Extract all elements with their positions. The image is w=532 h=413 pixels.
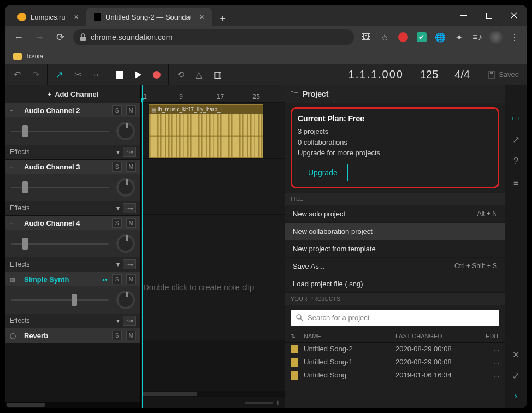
pan-knob[interactable] (116, 291, 135, 309)
loop-tool-button[interactable]: ↔ (87, 66, 105, 84)
cut-tool-button[interactable]: ✂ (68, 66, 87, 84)
playhead[interactable] (142, 85, 143, 408)
volume-slider[interactable] (11, 243, 109, 245)
effects-select[interactable]: Effects▾ (10, 261, 120, 268)
menu-new-solo[interactable]: New solo projectAlt + N (285, 205, 505, 223)
close-icon[interactable]: × (200, 13, 204, 21)
sort-icon[interactable]: ⇅ (291, 333, 304, 340)
record-button[interactable] (147, 66, 166, 84)
mute-button[interactable]: M (126, 274, 136, 284)
ext-red-icon[interactable] (397, 31, 410, 44)
stop-button[interactable] (110, 66, 129, 84)
channel-name[interactable]: Simple Synth (24, 275, 98, 284)
avatar[interactable] (489, 31, 503, 44)
track-row[interactable] (141, 214, 285, 270)
redo-button[interactable]: ↷ (26, 66, 45, 84)
pointer-tool-button[interactable]: ↗ (50, 66, 68, 84)
library-icon[interactable]: ⫞ (508, 87, 524, 104)
globe-icon[interactable]: 🌐 (434, 31, 447, 44)
play-button[interactable] (129, 66, 147, 84)
position-display[interactable]: 1.1.1.000 (348, 68, 404, 81)
channel-simple-synth[interactable]: ▥Simple Synth▴▾SM Effects▾⤳▾ (5, 272, 140, 328)
star-icon[interactable]: ☆ (378, 31, 391, 44)
automation-button[interactable]: ⤳▾ (123, 147, 136, 157)
solo-button[interactable]: S (112, 331, 122, 340)
automation-button[interactable]: ⤳▾ (123, 316, 136, 326)
loop-region-button[interactable]: ⟲ (171, 66, 190, 84)
keyboard-button[interactable]: ▥ (208, 66, 227, 84)
solo-button[interactable]: S (112, 105, 122, 115)
new-tab-button[interactable]: + (215, 11, 230, 26)
volume-slider[interactable] (11, 299, 109, 301)
menu-save-as[interactable]: Save As...Ctrl + Shift + S (285, 258, 505, 275)
zoom-slider[interactable] (245, 402, 273, 404)
maximize-button[interactable] (476, 5, 501, 26)
address-bar[interactable]: chrome.soundation.com (73, 29, 354, 45)
tab-lumpics[interactable]: Lumpics.ru × (10, 8, 86, 26)
playlist-icon[interactable]: ≡♪ (471, 31, 484, 44)
audio-clip[interactable]: ▤lh_music_kit17_lily_harp_l (149, 104, 263, 158)
reload-button[interactable]: ⟳ (52, 30, 68, 45)
col-date[interactable]: LAST CHANGED (395, 333, 477, 340)
automation-button[interactable]: ⤳▾ (123, 259, 136, 269)
mute-button[interactable]: M (126, 162, 136, 172)
edit-button[interactable]: ... (477, 371, 499, 379)
fullscreen-icon[interactable]: ⤢ (508, 367, 524, 384)
close-button[interactable] (501, 5, 527, 26)
tempo-display[interactable]: 125 (420, 68, 438, 81)
back-button[interactable]: ← (11, 30, 26, 45)
menu-new-collab[interactable]: New collaboration project (285, 223, 505, 240)
automation-button[interactable]: ⤳▾ (123, 203, 136, 213)
pan-knob[interactable] (116, 234, 135, 253)
effects-select[interactable]: Effects▾ (10, 317, 120, 324)
search-input[interactable]: Search for a project (291, 310, 499, 326)
zoom-in-button[interactable]: + (276, 398, 280, 407)
minimize-button[interactable] (451, 5, 476, 26)
add-channel-button[interactable]: + Add Channel (5, 85, 140, 103)
ruler[interactable]: 1 9 17 25 (141, 85, 285, 103)
mute-button[interactable]: M (126, 218, 136, 228)
menu-new-template[interactable]: New project from template (285, 240, 505, 258)
pan-knob[interactable] (116, 178, 135, 197)
channel-reverb[interactable]: ◯ReverbSM (5, 328, 140, 343)
project-row[interactable]: Untitled Song-22020-08-29 00:08... (285, 343, 505, 356)
share-icon[interactable]: ↗ (508, 131, 524, 148)
zoom-out-button[interactable]: − (238, 398, 242, 407)
help-icon[interactable]: ? (508, 153, 524, 169)
bookmark-item[interactable]: Точка (25, 52, 44, 60)
timesig-display[interactable]: 4/4 (454, 68, 470, 81)
extensions-icon[interactable]: ✦ (452, 31, 465, 44)
solo-button[interactable]: S (112, 162, 122, 172)
expand-icon[interactable]: ▴▾ (102, 276, 108, 282)
effects-select[interactable]: Effects▾ (10, 148, 120, 156)
settings-icon[interactable]: ≡ (508, 175, 524, 191)
forward-button[interactable]: → (32, 30, 47, 45)
solo-button[interactable]: S (112, 218, 122, 228)
project-row[interactable]: Untitled Song2019-01-06 16:34... (285, 369, 505, 382)
undo-button[interactable]: ↶ (8, 66, 26, 84)
mute-button[interactable]: M (126, 331, 136, 340)
track-row[interactable]: ▤lh_music_kit17_lily_harp_l (141, 103, 285, 158)
metronome-button[interactable]: △ (190, 66, 208, 84)
menu-icon[interactable]: ⋮ (508, 31, 521, 44)
col-name[interactable]: NAME (304, 333, 395, 340)
effects-select[interactable]: Effects▾ (10, 204, 120, 212)
mute-button[interactable]: M (126, 105, 136, 115)
menu-load[interactable]: Load project file (.sng) (285, 275, 505, 293)
volume-slider[interactable] (11, 131, 109, 132)
track-row[interactable] (141, 326, 285, 340)
pan-knob[interactable] (116, 122, 135, 140)
channel-audio-2[interactable]: ⎓ Audio Channel 2 S M Effects▾⤳▾ (5, 103, 140, 159)
channel-audio-4[interactable]: ⎓Audio Channel 4SM Effects▾⤳▾ (5, 215, 140, 272)
translate-icon[interactable]: 🖼 (359, 31, 373, 44)
next-icon[interactable]: › (508, 388, 524, 404)
volume-slider[interactable] (11, 187, 109, 188)
project-icon[interactable]: ▭ (508, 109, 524, 126)
close-icon[interactable]: × (74, 13, 79, 21)
edit-button[interactable]: ... (477, 345, 499, 353)
h-scrollbar[interactable] (141, 391, 285, 397)
channel-audio-3[interactable]: ⎓Audio Channel 3SM Effects▾⤳▾ (5, 159, 140, 215)
edit-button[interactable]: ... (477, 358, 499, 366)
track-row[interactable]: Double click to create note clip (141, 270, 285, 326)
track-row[interactable] (141, 158, 285, 214)
